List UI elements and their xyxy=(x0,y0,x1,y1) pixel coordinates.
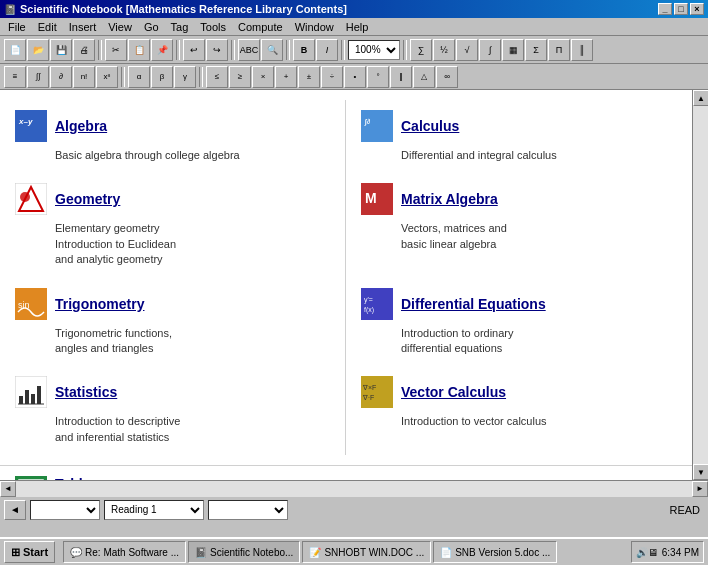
bold-button[interactable]: B xyxy=(293,39,315,61)
menu-insert[interactable]: Insert xyxy=(63,20,103,34)
scroll-left-button[interactable]: ◄ xyxy=(0,481,16,497)
tb2-btn10[interactable]: ≥ xyxy=(229,66,251,88)
scroll-up-button[interactable]: ▲ xyxy=(693,90,708,106)
italic-button[interactable]: I xyxy=(316,39,338,61)
svg-text:∇·F: ∇·F xyxy=(362,394,374,401)
zoom-select[interactable]: 100% xyxy=(348,40,400,60)
tb2-btn12[interactable]: + xyxy=(275,66,297,88)
topic-statistics[interactable]: Statistics Introduction to descriptivean… xyxy=(0,366,346,455)
stats-title: Statistics xyxy=(55,384,117,400)
taskbar-item-3[interactable]: 📝 SNHOBT WIN.DOC ... xyxy=(302,541,431,563)
sum-button[interactable]: Σ xyxy=(525,39,547,61)
paste-button[interactable]: 📌 xyxy=(151,39,173,61)
nav-back-button[interactable]: ◄ xyxy=(4,500,26,520)
undo-button[interactable]: ↩ xyxy=(183,39,205,61)
tb2-btn7[interactable]: β xyxy=(151,66,173,88)
svg-rect-18 xyxy=(37,386,41,404)
menu-file[interactable]: File xyxy=(2,20,32,34)
vector-desc: Introduction to vector calculus xyxy=(361,414,677,429)
tb2-btn15[interactable]: • xyxy=(344,66,366,88)
matrix-button[interactable]: ▦ xyxy=(502,39,524,61)
topic-trigonometry[interactable]: sin Trigonometry Trigonometric functions… xyxy=(0,278,346,367)
menu-go[interactable]: Go xyxy=(138,20,165,34)
nav-select-1[interactable] xyxy=(30,500,100,520)
topic-calculus[interactable]: ∫∂ Calculus Differential and integral ca… xyxy=(346,100,692,173)
integral-button[interactable]: ∫ xyxy=(479,39,501,61)
taskbar-item-4[interactable]: 📄 SNB Version 5.doc ... xyxy=(433,541,557,563)
tb2-btn5[interactable]: xⁿ xyxy=(96,66,118,88)
menu-view[interactable]: View xyxy=(102,20,138,34)
scroll-right-button[interactable]: ► xyxy=(692,481,708,497)
fraction-button[interactable]: ½ xyxy=(433,39,455,61)
taskbar-item-1[interactable]: 💬 Re: Math Software ... xyxy=(63,541,186,563)
algebra-title: Algebra xyxy=(55,118,107,134)
tb2-btn18[interactable]: △ xyxy=(413,66,435,88)
geometry-icon xyxy=(15,183,47,215)
toolbar-2: ≡ ∫∫ ∂ n! xⁿ α β γ ≤ ≥ × + ± ÷ • ° ‖ △ ∞ xyxy=(0,64,708,90)
redo-button[interactable]: ↪ xyxy=(206,39,228,61)
topic-tables[interactable]: Tables (See Chemistry and Physics for mo… xyxy=(0,465,692,480)
menu-compute[interactable]: Compute xyxy=(232,20,289,34)
algebra-icon: x–y xyxy=(15,110,47,142)
topic-vector-calculus[interactable]: ∇×F ∇·F Vector Calculus Introduction to … xyxy=(346,366,692,455)
topic-matrix-algebra[interactable]: M Matrix Algebra Vectors, matrices andba… xyxy=(346,173,692,277)
svg-rect-15 xyxy=(19,396,23,404)
topic-algebra[interactable]: x–y Algebra Basic algebra through colleg… xyxy=(0,100,346,173)
calculus-desc: Differential and integral calculus xyxy=(361,148,677,163)
tb2-btn8[interactable]: γ xyxy=(174,66,196,88)
menu-tools[interactable]: Tools xyxy=(194,20,232,34)
tb2-btn6[interactable]: α xyxy=(128,66,150,88)
tb2-btn13[interactable]: ± xyxy=(298,66,320,88)
tb2-btn2[interactable]: ∫∫ xyxy=(27,66,49,88)
open-button[interactable]: 📂 xyxy=(27,39,49,61)
close-button[interactable]: × xyxy=(690,3,704,15)
svg-text:x–y: x–y xyxy=(18,117,33,126)
separator-6 xyxy=(403,40,407,60)
menu-help[interactable]: Help xyxy=(340,20,375,34)
nav-select-reading[interactable]: Reading 1 xyxy=(104,500,204,520)
tb2-btn19[interactable]: ∞ xyxy=(436,66,458,88)
prod-button[interactable]: Π xyxy=(548,39,570,61)
cut-button[interactable]: ✂ xyxy=(105,39,127,61)
tb2-btn3[interactable]: ∂ xyxy=(50,66,72,88)
math-button[interactable]: ∑ xyxy=(410,39,432,61)
sqrt-button[interactable]: √ xyxy=(456,39,478,61)
tb2-btn11[interactable]: × xyxy=(252,66,274,88)
minimize-button[interactable]: _ xyxy=(658,3,672,15)
spell-button[interactable]: ABC xyxy=(238,39,260,61)
tb2-btn16[interactable]: ° xyxy=(367,66,389,88)
task-label-1: Re: Math Software ... xyxy=(85,547,179,558)
geometry-title: Geometry xyxy=(55,191,120,207)
svg-rect-20 xyxy=(361,376,393,408)
task-label-4: SNB Version 5.doc ... xyxy=(455,547,550,558)
taskbar: ⊞ Start 💬 Re: Math Software ... 📓 Scient… xyxy=(0,537,708,565)
topics-grid: x–y Algebra Basic algebra through colleg… xyxy=(0,90,692,465)
nav-bar: ◄ Reading 1 READ xyxy=(0,496,708,522)
start-button[interactable]: ⊞ Start xyxy=(4,541,55,563)
menu-edit[interactable]: Edit xyxy=(32,20,63,34)
topic-diffeq-header: y'= f(x) Differential Equations xyxy=(361,288,677,320)
topic-geometry[interactable]: Geometry Elementary geometryIntroduction… xyxy=(0,173,346,277)
tb2-btn14[interactable]: ÷ xyxy=(321,66,343,88)
trig-icon: sin xyxy=(15,288,47,320)
new-button[interactable]: 📄 xyxy=(4,39,26,61)
tb2-btn1[interactable]: ≡ xyxy=(4,66,26,88)
copy-button[interactable]: 📋 xyxy=(128,39,150,61)
tb2-btn4[interactable]: n! xyxy=(73,66,95,88)
save-button[interactable]: 💾 xyxy=(50,39,72,61)
calculus-title: Calculus xyxy=(401,118,459,134)
maximize-button[interactable]: □ xyxy=(674,3,688,15)
print-button[interactable]: 🖨 xyxy=(73,39,95,61)
scroll-down-button[interactable]: ▼ xyxy=(693,464,708,480)
menu-tag[interactable]: Tag xyxy=(165,20,195,34)
separator-8 xyxy=(199,67,203,87)
nav-select-3[interactable] xyxy=(208,500,288,520)
topic-diff-eq[interactable]: y'= f(x) Differential Equations Introduc… xyxy=(346,278,692,367)
find-button[interactable]: 🔍 xyxy=(261,39,283,61)
menu-window[interactable]: Window xyxy=(289,20,340,34)
separator-2 xyxy=(176,40,180,60)
taskbar-item-2[interactable]: 📓 Scientific Notebo... xyxy=(188,541,300,563)
tb2-btn9[interactable]: ≤ xyxy=(206,66,228,88)
bar-button[interactable]: ║ xyxy=(571,39,593,61)
tb2-btn17[interactable]: ‖ xyxy=(390,66,412,88)
